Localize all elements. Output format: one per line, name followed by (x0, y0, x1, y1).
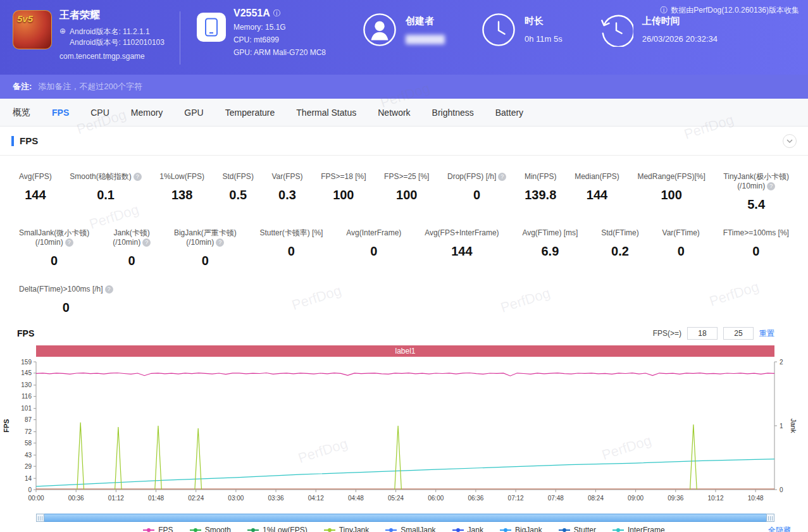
user-icon (363, 13, 397, 47)
stats-row-2: SmallJank(微小卡顿)(/10min)?0Jank(卡顿)(/10min… (19, 228, 789, 268)
stat-item: Avg(FPS+InterFrame)144 (425, 228, 499, 268)
info-icon[interactable]: ? (216, 238, 224, 247)
fps-filter-label: FPS(>=) (653, 329, 681, 338)
stat-label: Avg(FPS) (19, 172, 52, 182)
clock-icon (482, 13, 516, 47)
device-info-icon[interactable]: ⓘ (273, 8, 281, 19)
android-version-name: Android版本名: 11.2.1.1 (70, 27, 165, 37)
stat-value: 0 (63, 300, 70, 315)
stat-item: Var(FPS)0.3 (271, 172, 302, 212)
tab-概览[interactable]: 概览 (13, 107, 30, 118)
tab-Thermal Status[interactable]: Thermal Status (296, 108, 356, 118)
tab-Network[interactable]: Network (378, 108, 410, 118)
svg-text:116: 116 (22, 393, 32, 400)
svg-text:14: 14 (25, 475, 32, 482)
stat-label: TinyJank(极小卡顿)(/10min)? (723, 172, 789, 191)
info-icon[interactable]: ? (142, 238, 151, 247)
tab-FPS[interactable]: FPS (52, 108, 69, 118)
stat-label: Median(FPS) (575, 172, 619, 182)
note-input[interactable]: 添加备注，不超过200个字符 (38, 81, 142, 92)
stat-value: 0 (51, 254, 58, 268)
tab-GPU[interactable]: GPU (184, 108, 203, 118)
svg-text:04:48: 04:48 (348, 495, 364, 502)
collapse-button[interactable] (783, 134, 797, 148)
stat-label: Stutter(卡顿率) [%] (259, 228, 323, 238)
stat-value: 0 (202, 254, 209, 268)
legend-TinyJank[interactable]: TinyJank (324, 526, 370, 532)
stat-item: Stutter(卡顿率) [%]0 (259, 228, 323, 268)
stat-item: Std(FTime)0.2 (601, 228, 639, 268)
stat-value: 0 (370, 244, 377, 259)
series-TinyJank (155, 426, 162, 490)
tab-Brightness[interactable]: Brightness (432, 108, 474, 118)
stat-value: 6.9 (541, 244, 559, 259)
stat-item: Drop(FPS) [/h]?0 (447, 172, 506, 212)
stat-item: Min(FPS)139.8 (525, 172, 557, 212)
hide-all-link[interactable]: 全隐藏 (768, 525, 791, 532)
tab-Battery[interactable]: Battery (495, 108, 523, 118)
info-icon[interactable]: ? (105, 285, 113, 294)
svg-text:72: 72 (25, 428, 32, 435)
legend-FPS[interactable]: FPS (143, 526, 173, 532)
tab-CPU[interactable]: CPU (90, 108, 109, 118)
info-icon[interactable]: ? (767, 182, 775, 190)
scrollbar-right-handle[interactable] (766, 514, 774, 522)
legend-Jank[interactable]: Jank (452, 526, 483, 532)
stat-item: Avg(InterFrame)0 (346, 228, 401, 268)
reset-link[interactable]: 重置 (759, 328, 774, 339)
legend-Smooth[interactable]: Smooth (190, 526, 231, 532)
svg-text:87: 87 (25, 416, 32, 423)
creator-name-redacted (406, 35, 445, 44)
svg-text:07:48: 07:48 (548, 495, 564, 502)
legend-Stutter[interactable]: Stutter (559, 526, 596, 532)
svg-text:29: 29 (25, 463, 32, 470)
stat-value: 138 (171, 188, 192, 202)
svg-text:43: 43 (25, 452, 32, 459)
stat-value: 0 (473, 188, 480, 202)
svg-text:03:36: 03:36 (268, 495, 284, 502)
svg-text:06:00: 06:00 (428, 495, 444, 502)
fps-chart-svg[interactable]: 014294358728710111613014515901200:0000:3… (0, 357, 808, 514)
series-InterFrame (36, 459, 774, 486)
svg-text:02:24: 02:24 (188, 495, 204, 502)
svg-text:145: 145 (21, 369, 32, 376)
stat-value: 144 (587, 188, 607, 202)
upload-label: 上传时间 (642, 15, 718, 27)
package-name: com.tencent.tmgp.sgame (59, 52, 165, 61)
info-icon[interactable]: ? (65, 238, 73, 247)
legend-BigJank[interactable]: BigJank (500, 526, 542, 532)
note-bar[interactable]: 备注: 添加备注，不超过200个字符 (0, 75, 808, 99)
svg-text:01:12: 01:12 (108, 495, 124, 502)
section-title: FPS (20, 135, 38, 146)
stat-value: 0 (128, 254, 135, 268)
svg-text:130: 130 (21, 381, 32, 388)
scrollbar-left-handle[interactable] (36, 514, 44, 522)
duration-group: 时长 0h 11m 5s (482, 8, 562, 75)
stat-item: Std(FPS)0.5 (223, 172, 254, 212)
legend-SmallJank[interactable]: SmallJank (385, 526, 435, 532)
svg-text:04:12: 04:12 (308, 495, 324, 502)
series-TinyJank (395, 426, 402, 490)
fps-high-input[interactable] (723, 327, 754, 340)
stat-value: 100 (333, 188, 354, 202)
tab-Memory[interactable]: Memory (131, 108, 163, 118)
legend-row: FPSSmooth1%Low(FPS)TinyJankSmallJankJank… (0, 526, 808, 532)
legend-InterFrame[interactable]: InterFrame (612, 526, 665, 532)
stat-value: 0.1 (97, 188, 115, 202)
duration-value: 0h 11m 5s (525, 34, 562, 44)
tab-Temperature[interactable]: Temperature (225, 108, 275, 118)
series-FPS (36, 373, 774, 376)
svg-text:08:24: 08:24 (588, 495, 604, 502)
chart-scrollbar[interactable] (36, 514, 774, 522)
note-label: 备注: (13, 81, 32, 92)
history-icon (599, 13, 633, 47)
stat-item: Smooth(稳帧指数)?0.1 (70, 172, 141, 212)
stat-value: 139.8 (525, 188, 556, 202)
legend-1%Low(FPS)[interactable]: 1%Low(FPS) (247, 526, 308, 532)
chart-header: FPS FPS(>=) 重置 (17, 326, 791, 340)
info-icon[interactable]: ? (134, 173, 142, 181)
fps-low-input[interactable] (687, 327, 718, 340)
stat-label: BigJank(严重卡顿)(/10min)? (174, 228, 237, 247)
info-icon[interactable]: ? (498, 173, 506, 181)
stat-value: 0 (678, 244, 685, 259)
